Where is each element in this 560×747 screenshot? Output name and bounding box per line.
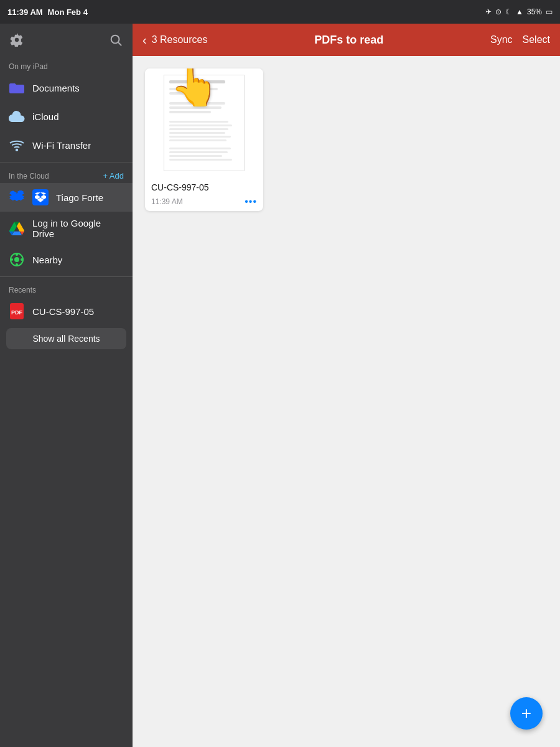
documents-label: Documents <box>32 83 80 93</box>
sidebar-divider-2 <box>0 276 133 277</box>
in-cloud-label: In the Cloud <box>9 172 49 181</box>
sidebar: On my iPad Documents iCloud <box>0 24 133 747</box>
icloud-label: iCloud <box>32 111 59 122</box>
svg-point-2 <box>16 149 17 151</box>
main-wrapper: ‹ 3 Resources PDFs to read Sync Select 👆 <box>133 24 560 747</box>
sidebar-item-documents[interactable]: Documents <box>0 73 133 102</box>
status-bar: 11:39 AM Mon Feb 4 ✈ ⊙ ☾ ▲ 35% ▭ <box>0 0 560 24</box>
google-drive-label: Log in to Google Drive <box>32 218 124 239</box>
file-info: CU-CS-997-05 11:39 AM ••• <box>145 177 263 211</box>
airplane-icon: ✈ <box>485 7 492 16</box>
select-button[interactable]: Select <box>523 34 550 45</box>
in-cloud-header: In the Cloud + Add <box>0 165 133 183</box>
file-card[interactable]: 👆 <box>145 68 263 211</box>
sidebar-item-nearby[interactable]: Nearby <box>0 245 133 274</box>
status-time-date: 11:39 AM Mon Feb 4 <box>7 7 88 17</box>
svg-text:PDF: PDF <box>11 309 23 316</box>
nearby-icon <box>9 251 25 268</box>
wifi-icon <box>9 137 25 153</box>
breadcrumb[interactable]: 3 Resources <box>152 34 208 45</box>
svg-point-10 <box>16 263 18 266</box>
nearby-label: Nearby <box>32 255 62 265</box>
file-thumbnail: 👆 <box>145 68 263 177</box>
document-preview <box>164 75 245 171</box>
nav-title: PDFs to read <box>208 34 490 47</box>
svg-point-9 <box>16 253 18 256</box>
nav-left: ‹ 3 Resources <box>142 33 208 47</box>
sidebar-item-tiago-forte[interactable]: Tiago Forte <box>0 183 133 212</box>
show-all-recents-button[interactable]: Show all Recents <box>6 328 126 349</box>
svg-point-12 <box>21 258 23 261</box>
svg-point-11 <box>11 258 13 261</box>
back-arrow-icon[interactable]: ‹ <box>142 33 147 47</box>
signal-icon: ▲ <box>516 7 523 16</box>
recent-file-label: CU-CS-997-05 <box>32 306 94 317</box>
file-name: CU-CS-997-05 <box>151 182 257 192</box>
status-time: 11:39 AM <box>7 7 43 17</box>
sidebar-item-google-drive[interactable]: Log in to Google Drive <box>0 212 133 245</box>
file-grid: 👆 <box>133 56 560 747</box>
battery-percent: 35% <box>527 7 542 16</box>
search-icon[interactable] <box>108 32 124 48</box>
sidebar-top-bar <box>0 24 133 56</box>
status-icons: ✈ ⊙ ☾ ▲ 35% ▭ <box>485 7 553 16</box>
sync-button[interactable]: Sync <box>490 34 513 45</box>
battery-icon: ▭ <box>546 7 553 16</box>
add-cloud-button[interactable]: + Add <box>103 171 124 181</box>
folder-icon <box>9 80 25 96</box>
fab-plus-icon: + <box>521 705 531 722</box>
svg-point-0 <box>111 35 119 44</box>
file-time: 11:39 AM <box>151 197 183 206</box>
dropbox-icon-shape <box>32 189 49 205</box>
sidebar-item-icloud[interactable]: iCloud <box>0 102 133 131</box>
svg-line-1 <box>118 42 121 45</box>
sidebar-item-recent-pdf[interactable]: PDF CU-CS-997-05 <box>0 297 133 326</box>
location-icon: ⊙ <box>495 7 502 16</box>
file-meta: 11:39 AM ••• <box>151 196 257 207</box>
sidebar-divider-1 <box>0 162 133 162</box>
recents-label: Recents <box>0 280 133 297</box>
svg-marker-3 <box>9 191 24 200</box>
app-body: On my iPad Documents iCloud <box>0 24 560 747</box>
settings-icon[interactable] <box>9 32 25 48</box>
pdf-icon: PDF <box>9 303 25 319</box>
tiago-forte-label: Tiago Forte <box>56 192 103 203</box>
svg-point-8 <box>14 257 19 262</box>
status-date: Mon Feb 4 <box>48 7 88 17</box>
moon-icon: ☾ <box>505 7 512 16</box>
nav-bar: ‹ 3 Resources PDFs to read Sync Select <box>133 24 560 56</box>
icloud-icon <box>9 108 25 125</box>
file-more-button[interactable]: ••• <box>245 196 257 207</box>
on-my-ipad-label: On my iPad <box>0 56 133 73</box>
dropbox-icon <box>9 189 25 205</box>
google-drive-icon <box>9 220 25 237</box>
fab-add-button[interactable]: + <box>510 697 543 730</box>
wifi-transfer-label: Wi-Fi Transfer <box>32 140 91 151</box>
sidebar-item-wifi[interactable]: Wi-Fi Transfer <box>0 131 133 159</box>
nav-right: Sync Select <box>490 34 550 45</box>
